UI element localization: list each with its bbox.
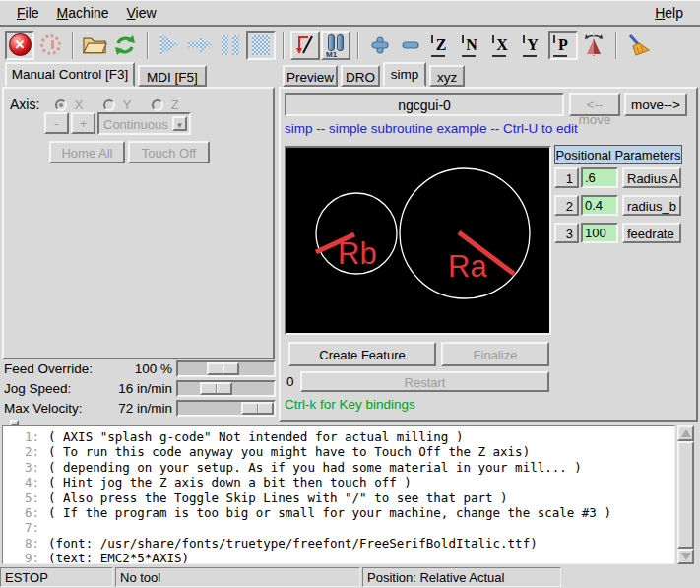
feed-override-slider[interactable] (176, 360, 276, 377)
param-2-input[interactable] (581, 195, 618, 216)
ngcgui-instance-label: ngcgui-0 (285, 93, 564, 116)
key-bindings-hint: Ctrl-k for Key bindings (285, 397, 415, 412)
move-left-button[interactable]: <--move (569, 93, 620, 116)
tab-preview-label: Preview (286, 70, 334, 85)
zoom-out-button[interactable] (396, 31, 425, 60)
scroll-down-button[interactable] (677, 549, 694, 564)
toggle-skip-lines-button[interactable] (290, 31, 320, 60)
open-file-button[interactable] (80, 31, 109, 60)
tab-mdi[interactable]: MDI [F5] (138, 65, 207, 87)
jog-mode-dropdown[interactable]: Continuous ▼ (97, 112, 191, 135)
axis-z-label: Z (167, 98, 179, 112)
axis-radio-x[interactable]: X (55, 98, 83, 112)
view-z-rotated-icon: N (461, 36, 482, 54)
max-velocity-handle[interactable] (241, 402, 274, 415)
radio-y-icon (103, 99, 115, 111)
axis-x-label: X (71, 98, 84, 112)
finalize-button[interactable]: Finalize (441, 342, 549, 366)
scroll-up-button[interactable] (677, 425, 694, 441)
view-p-button[interactable]: P (548, 31, 578, 60)
stop-icon (252, 35, 270, 55)
tab-simp[interactable]: simp (383, 62, 426, 87)
move-right-button[interactable]: move--> (624, 93, 687, 116)
clear-plot-broom-icon (625, 33, 651, 57)
run-button[interactable] (155, 31, 184, 60)
max-velocity-slider[interactable] (176, 400, 276, 417)
view-y-icon: Y (522, 36, 543, 54)
touch-off-button[interactable]: Touch Off (128, 141, 210, 163)
tab-mdi-label: MDI [F5] (147, 70, 198, 85)
max-velocity-row: Max Velocity: 72 in/min (0, 399, 283, 419)
axis-window: File Machine View Help ✕ (0, 0, 700, 588)
reload-icon (112, 33, 138, 57)
axis-radio-z[interactable]: Z (152, 98, 179, 112)
param-1-name: Radius A (622, 167, 681, 188)
create-feature-button[interactable]: Create Feature (288, 342, 436, 366)
open-folder-icon (82, 34, 107, 55)
param-1-input[interactable] (581, 167, 618, 188)
restart-button[interactable]: Restart (300, 371, 549, 392)
jog-plus-button[interactable]: + (71, 112, 95, 134)
gcode-line: 8:(font: /usr/share/fonts/truetype/freef… (3, 536, 674, 551)
feed-override-label: Feed Override: (4, 361, 93, 376)
clear-plot-button[interactable] (623, 31, 653, 60)
tab-dro[interactable]: DRO (341, 65, 380, 87)
menu-view[interactable]: View (118, 3, 165, 23)
zoom-in-button[interactable] (365, 31, 395, 60)
radius-b-label: Rb (338, 236, 377, 271)
axis-y-label: Y (119, 98, 132, 112)
feed-override-handle[interactable] (207, 362, 239, 375)
gcode-line: 9:(text: EMC2*5*AXIS) (3, 551, 674, 564)
feed-override-value: 100 % (113, 361, 172, 376)
tab-preview[interactable]: Preview (283, 65, 338, 87)
param-1-number: 1 (554, 167, 579, 188)
axis-label: Axis: (10, 97, 39, 112)
param-3-name: feedrate (622, 223, 681, 243)
jog-speed-value: 16 in/min (98, 381, 172, 396)
max-velocity-label: Max Velocity: (4, 401, 83, 416)
status-bar: ESTOP No tool Position: Relative Actual (0, 567, 700, 588)
view-y-button[interactable]: Y (518, 31, 547, 60)
jog-speed-slider[interactable] (176, 380, 276, 397)
ngcgui-panel: ngcgui-0 <--move move--> simp -- simple … (279, 87, 698, 422)
scrollbar-thumb[interactable] (677, 441, 694, 549)
view-z-rotated-button[interactable]: N (457, 31, 486, 60)
run-from-line-icon (188, 36, 212, 54)
pause-icon (222, 35, 239, 55)
menu-machine[interactable]: Machine (48, 3, 118, 23)
radio-x-icon (55, 99, 67, 111)
gcode-listing[interactable]: 1:( AXIS "splash g-code" Not intended fo… (2, 425, 675, 564)
toggle-optional-stop-button[interactable]: M1 (321, 31, 350, 60)
run-icon (160, 34, 178, 56)
tab-xyz[interactable]: xyz (429, 65, 465, 87)
jog-minus-button[interactable]: - (44, 112, 69, 134)
radio-z-icon (152, 99, 163, 111)
home-all-button[interactable]: Home All (49, 141, 125, 163)
max-velocity-value: 72 in/min (98, 401, 172, 416)
view-x-button[interactable]: X (487, 31, 517, 60)
zoom-in-icon (369, 34, 391, 56)
view-z-icon: Z (430, 36, 452, 54)
gcode-line: 4:( Hint jog the Z axis down a bit then … (3, 475, 674, 490)
radius-a-label: Ra (448, 249, 487, 284)
view-z-button[interactable]: Z (426, 31, 456, 60)
stop-button[interactable] (246, 31, 276, 60)
tab-manual-control[interactable]: Manual Control [F3] (5, 62, 135, 87)
run-from-line-button[interactable] (185, 31, 215, 60)
tab-manual-control-label: Manual Control [F3] (12, 67, 129, 82)
reload-button[interactable] (110, 31, 140, 60)
menu-file[interactable]: File (8, 3, 48, 23)
status-tool: No tool (115, 567, 360, 587)
rotate-view-button[interactable] (579, 31, 608, 60)
menu-help[interactable]: Help (646, 3, 692, 23)
param-3-input[interactable] (581, 223, 618, 243)
gcode-scrollbar[interactable] (677, 425, 698, 564)
pause-button[interactable] (216, 31, 245, 60)
axis-radio-y[interactable]: Y (103, 98, 131, 112)
tab-xyz-label: xyz (437, 70, 457, 85)
estop-button[interactable]: ✕ (5, 31, 34, 60)
param-3-number: 3 (554, 223, 579, 243)
feed-override-row: Feed Override: 100 % (0, 359, 283, 379)
jog-speed-handle[interactable] (200, 382, 232, 395)
machine-power-button[interactable] (35, 31, 65, 60)
